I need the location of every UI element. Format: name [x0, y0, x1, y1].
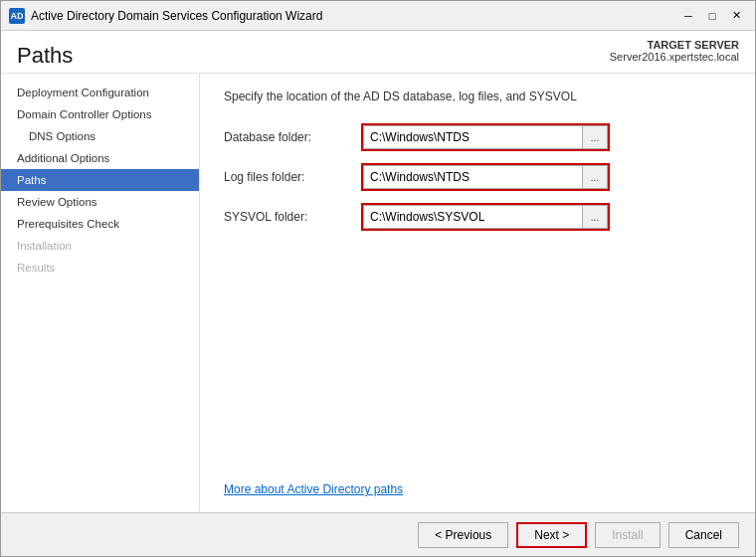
main-content: Deployment Configuration Domain Controll…: [1, 74, 755, 512]
sidebar-item-deployment-config[interactable]: Deployment Configuration: [1, 82, 199, 103]
database-folder-input-group: ...: [361, 123, 610, 151]
sidebar-item-prereq-check[interactable]: Prerequisites Check: [1, 213, 199, 235]
page-title: Paths: [17, 43, 73, 69]
header-area: Paths TARGET SERVER Server2016.xpertstec…: [1, 31, 755, 74]
cancel-button[interactable]: Cancel: [668, 522, 739, 548]
target-server-label: TARGET SERVER: [610, 39, 739, 51]
content-panel: Specify the location of the AD DS databa…: [200, 74, 755, 512]
more-about-ad-paths-link[interactable]: More about Active Directory paths: [224, 463, 731, 496]
main-window: AD Active Directory Domain Services Conf…: [0, 0, 756, 557]
sysvol-folder-label: SYSVOL folder:: [224, 210, 353, 224]
sidebar-item-paths[interactable]: Paths: [1, 169, 199, 191]
database-folder-browse-btn[interactable]: ...: [582, 125, 608, 149]
database-folder-input[interactable]: [363, 125, 582, 149]
minimize-button[interactable]: ─: [677, 6, 699, 26]
log-files-folder-browse-btn[interactable]: ...: [582, 165, 608, 189]
sysvol-folder-browse-btn[interactable]: ...: [582, 205, 608, 229]
log-files-folder-label: Log files folder:: [224, 170, 353, 184]
sysvol-folder-row: SYSVOL folder: ...: [224, 203, 731, 231]
window-title: Active Directory Domain Services Configu…: [31, 9, 677, 23]
window-controls: ─ □ ✕: [677, 6, 747, 26]
log-files-folder-input[interactable]: [363, 165, 582, 189]
database-folder-label: Database folder:: [224, 130, 353, 144]
database-folder-row: Database folder: ...: [224, 123, 731, 151]
close-button[interactable]: ✕: [725, 6, 747, 26]
sysvol-folder-input[interactable]: [363, 205, 582, 229]
sidebar: Deployment Configuration Domain Controll…: [1, 74, 200, 512]
maximize-button[interactable]: □: [701, 6, 723, 26]
target-server-value: Server2016.xpertstec.local: [610, 51, 739, 63]
log-files-folder-row: Log files folder: ...: [224, 163, 731, 191]
next-button[interactable]: Next >: [516, 522, 587, 548]
sysvol-folder-input-group: ...: [361, 203, 610, 231]
target-server-info: TARGET SERVER Server2016.xpertstec.local: [610, 39, 739, 63]
sidebar-item-dns-options[interactable]: DNS Options: [1, 125, 199, 147]
sidebar-item-additional-options[interactable]: Additional Options: [1, 147, 199, 169]
content-description: Specify the location of the AD DS databa…: [224, 90, 731, 103]
install-button: Install: [595, 522, 660, 548]
footer: < Previous Next > Install Cancel: [1, 512, 755, 556]
sidebar-item-review-options[interactable]: Review Options: [1, 191, 199, 213]
previous-button[interactable]: < Previous: [418, 522, 508, 548]
title-bar: AD Active Directory Domain Services Conf…: [1, 1, 755, 31]
sidebar-item-installation: Installation: [1, 235, 199, 257]
sidebar-item-dc-options[interactable]: Domain Controller Options: [1, 103, 199, 125]
log-files-folder-input-group: ...: [361, 163, 610, 191]
sidebar-item-results: Results: [1, 257, 199, 278]
app-icon: AD: [9, 8, 25, 24]
form-section: Database folder: ... Log files folder: .…: [224, 123, 731, 231]
